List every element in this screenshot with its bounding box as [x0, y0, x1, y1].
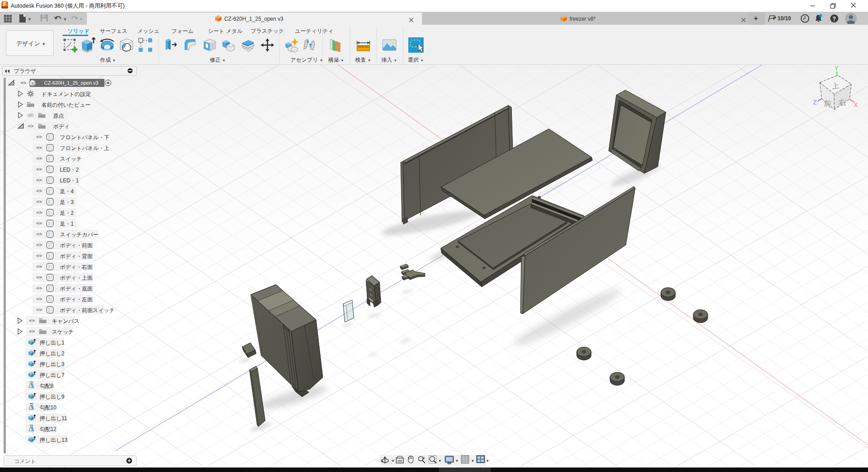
svg-text:?: ? [832, 16, 836, 22]
svg-text:▼: ▼ [455, 459, 459, 463]
svg-text:▼: ▼ [438, 459, 442, 463]
svg-text:▼: ▼ [471, 459, 475, 463]
svg-text:▼: ▼ [391, 459, 395, 463]
svg-text:▼: ▼ [486, 459, 489, 463]
